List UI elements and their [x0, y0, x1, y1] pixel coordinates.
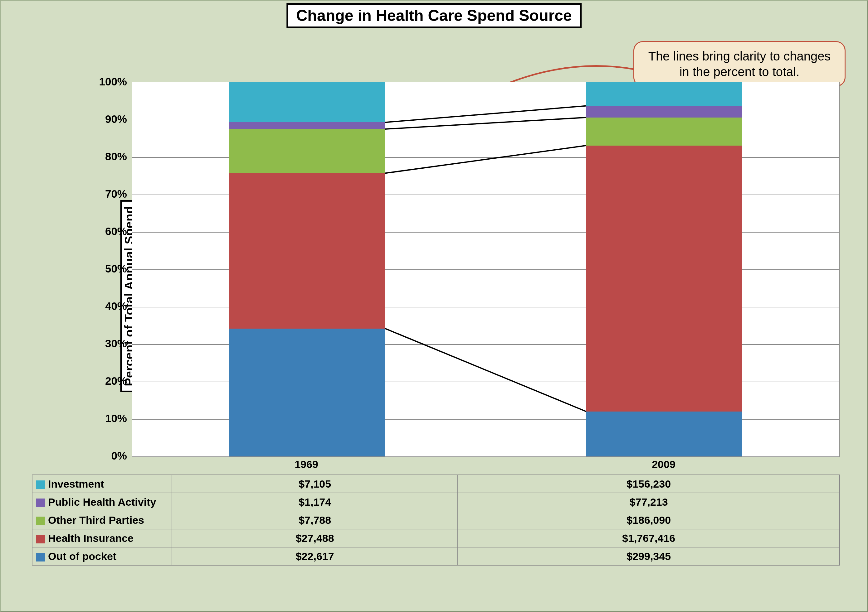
legend-public-health: Public Health Activity — [32, 493, 172, 511]
chart-title-box: Change in Health Care Spend Source — [287, 3, 581, 28]
plot-wrap: Percent of Total Annual Spend 0% 10% 20%… — [32, 82, 840, 510]
chart-title: Change in Health Care Spend Source — [296, 7, 572, 24]
legend-swatch-icon — [36, 481, 45, 489]
cell-otp-1969: $7,788 — [172, 511, 458, 529]
cell-hi-1969: $27,488 — [172, 529, 458, 547]
cell-oop-1969: $22,617 — [172, 547, 458, 565]
table-row: Health Insurance $27,488 $1,767,416 — [32, 529, 840, 547]
connector-lines — [132, 82, 839, 456]
svg-line-1 — [385, 145, 586, 173]
cell-pha-1969: $1,174 — [172, 493, 458, 511]
cell-investment-2009: $156,230 — [458, 475, 840, 493]
legend-swatch-icon — [36, 553, 45, 561]
table-row: Public Health Activity $1,174 $77,213 — [32, 493, 840, 511]
svg-line-2 — [385, 117, 586, 129]
legend-investment: Investment — [32, 475, 172, 493]
y-tick: 50% — [87, 263, 127, 275]
cell-pha-2009: $77,213 — [458, 493, 840, 511]
y-axis-ticks: 0% 10% 20% 30% 40% 50% 60% 70% 80% 90% 1… — [87, 82, 127, 456]
plot-area — [132, 82, 840, 457]
legend-other-third: Other Third Parties — [32, 511, 172, 529]
svg-line-3 — [385, 106, 586, 122]
y-tick: 70% — [87, 188, 127, 200]
annotation-text: The lines bring clarity to changes in th… — [648, 49, 831, 79]
y-tick: 80% — [87, 150, 127, 163]
cell-otp-2009: $186,090 — [458, 511, 840, 529]
x-category-2009: 2009 — [586, 458, 742, 470]
legend-swatch-icon — [36, 535, 45, 543]
y-tick: 30% — [87, 337, 127, 350]
y-tick: 40% — [87, 300, 127, 312]
y-tick: 20% — [87, 375, 127, 387]
y-tick: 10% — [87, 412, 127, 425]
table-row: Investment $7,105 $156,230 — [32, 475, 840, 493]
x-category-1969: 1969 — [228, 458, 384, 470]
cell-hi-2009: $1,767,416 — [458, 529, 840, 547]
legend-swatch-icon — [36, 516, 45, 525]
y-tick: 100% — [87, 76, 127, 88]
table-row: Out of pocket $22,617 $299,345 — [32, 547, 840, 565]
svg-line-0 — [385, 329, 586, 411]
table-row: Other Third Parties $7,788 $186,090 — [32, 511, 840, 529]
legend-health-insurance: Health Insurance — [32, 529, 172, 547]
chart-frame: Change in Health Care Spend Source The l… — [0, 0, 868, 612]
legend-out-of-pocket: Out of pocket — [32, 547, 172, 565]
y-tick: 90% — [87, 113, 127, 125]
legend-swatch-icon — [36, 499, 45, 507]
cell-investment-1969: $7,105 — [172, 475, 458, 493]
cell-oop-2009: $299,345 — [458, 547, 840, 565]
annotation-callout: The lines bring clarity to changes in th… — [633, 41, 846, 87]
y-tick: 0% — [87, 450, 127, 462]
y-tick: 60% — [87, 225, 127, 238]
data-table: Investment $7,105 $156,230 Public Health… — [32, 474, 840, 566]
